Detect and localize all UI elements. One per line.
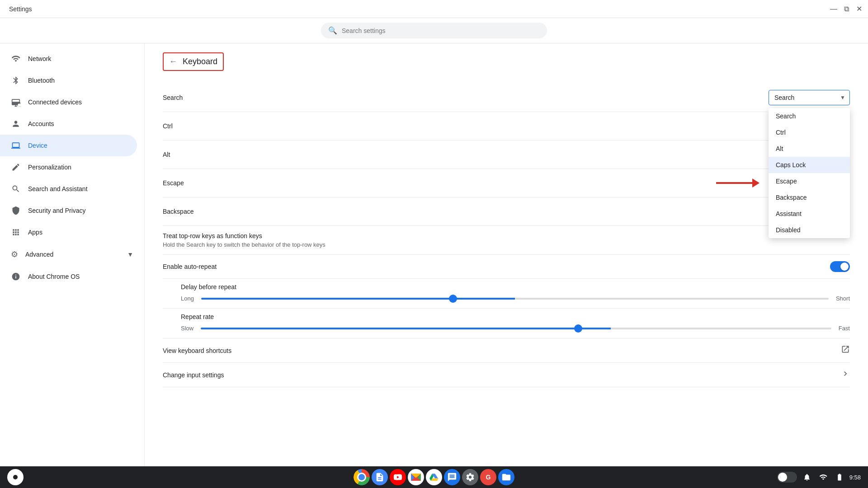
- grammarly-label: G: [486, 474, 491, 481]
- auto-repeat-label: Enable auto-repeat: [163, 263, 217, 270]
- sidebar-item-bluetooth[interactable]: Bluetooth: [0, 70, 137, 91]
- close-button[interactable]: ✕: [854, 5, 863, 14]
- toggle-slider: [830, 261, 850, 272]
- taskbar-youtube[interactable]: [390, 469, 406, 485]
- taskbar-center: G: [354, 469, 514, 485]
- taskbar-right: 9:58: [777, 471, 861, 483]
- window-title: Settings: [5, 5, 32, 13]
- change-input-settings-label: Change input settings: [163, 371, 224, 379]
- laptop-icon: [11, 141, 21, 150]
- rate-fast-label: Fast: [839, 325, 850, 332]
- taskbar-gmail[interactable]: [408, 469, 424, 485]
- sidebar-item-device[interactable]: Device: [0, 135, 137, 156]
- taskbar-toggle-knob: [778, 473, 787, 482]
- taskbar-left: [7, 469, 24, 485]
- dropdown-item-disabled[interactable]: Disabled: [769, 222, 850, 238]
- taskbar: G 9:58: [0, 466, 868, 488]
- sidebar-label-search-assistant: Search and Assistant: [28, 185, 88, 192]
- dropdown-item-escape[interactable]: Escape: [769, 173, 850, 189]
- arrow-annotation: [716, 178, 760, 188]
- rate-label: Repeat rate: [181, 313, 850, 320]
- change-input-settings-row[interactable]: Change input settings: [163, 363, 850, 387]
- settings-window: Settings — ⧉ ✕ 🔍 Network: [0, 0, 868, 470]
- rate-section: Repeat rate Slow Fast: [163, 309, 850, 338]
- files-icon: [501, 472, 511, 482]
- function-keys-row: Treat top-row keys as function keys Hold…: [163, 226, 850, 255]
- chrome-icon: [354, 469, 370, 485]
- dropdown-item-search[interactable]: Search: [769, 108, 850, 124]
- alt-key-label: Alt: [163, 151, 170, 158]
- settings-gear-icon: [465, 472, 475, 482]
- dropdown-item-ctrl[interactable]: Ctrl: [769, 124, 850, 141]
- taskbar-toggle[interactable]: [777, 472, 797, 483]
- sidebar-item-security-privacy[interactable]: Security and Privacy: [0, 200, 137, 221]
- search-nav-icon: [11, 184, 21, 193]
- wifi-status-icon[interactable]: [817, 471, 830, 483]
- wifi-icon: [11, 54, 21, 63]
- taskbar-docs[interactable]: [372, 469, 388, 485]
- taskbar-chat[interactable]: [444, 469, 460, 485]
- dropdown-item-caps-lock[interactable]: Caps Lock: [769, 157, 850, 173]
- launcher-button[interactable]: [7, 469, 24, 485]
- keyboard-title: Keyboard: [183, 57, 217, 66]
- auto-repeat-row: Enable auto-repeat: [163, 255, 850, 279]
- delay-label: Delay before repeat: [181, 283, 850, 291]
- sidebar-label-connected-devices: Connected devices: [28, 99, 82, 106]
- window-controls: — ⧉ ✕: [829, 5, 863, 14]
- launcher-icon: [13, 475, 18, 479]
- notification-icon[interactable]: [801, 471, 813, 483]
- search-key-label: Search: [163, 94, 183, 101]
- taskbar-files[interactable]: [498, 469, 514, 485]
- backspace-key-label: Backspace: [163, 208, 193, 215]
- youtube-icon: [393, 472, 403, 482]
- external-link-icon: [841, 345, 850, 356]
- sidebar-item-accounts[interactable]: Accounts: [0, 113, 137, 135]
- sidebar-item-search-assistant[interactable]: Search and Assistant: [0, 178, 137, 200]
- sidebar-label-about-chrome-os: About Chrome OS: [28, 273, 80, 280]
- search-key-dropdown: Search Ctrl Alt Caps Lock Escape Backspa…: [769, 108, 850, 238]
- sidebar-label-network: Network: [28, 55, 51, 62]
- delay-section: Delay before repeat Long Short: [163, 279, 850, 309]
- settings-header: 🔍: [0, 18, 868, 43]
- dropdown-item-alt[interactable]: Alt: [769, 141, 850, 157]
- title-bar: Settings — ⧉ ✕: [0, 0, 868, 18]
- search-key-select[interactable]: Search: [769, 90, 850, 105]
- taskbar-drive[interactable]: [426, 469, 442, 485]
- sidebar-item-about-chrome-os[interactable]: About Chrome OS: [0, 266, 137, 287]
- rate-slider[interactable]: [201, 328, 831, 329]
- taskbar-time: 9:58: [849, 474, 861, 481]
- sidebar: Network Bluetooth Connected devices Acco…: [0, 43, 145, 470]
- main-content: ← Keyboard Search Search ▼ Search Ctrl A…: [145, 43, 868, 470]
- sidebar-item-apps[interactable]: Apps: [0, 221, 137, 243]
- ctrl-key-row: Ctrl Ctrl ▼: [163, 112, 850, 141]
- taskbar-grammarly[interactable]: G: [480, 469, 496, 485]
- sidebar-item-advanced[interactable]: ⚙ Advanced ▼: [0, 243, 144, 266]
- sidebar-item-connected-devices[interactable]: Connected devices: [0, 91, 137, 113]
- chevron-right-icon: [841, 369, 850, 380]
- sidebar-label-apps: Apps: [28, 229, 42, 236]
- keyboard-shortcuts-label: View keyboard shortcuts: [163, 347, 231, 354]
- search-key-select-wrapper: Search ▼ Search Ctrl Alt Caps Lock Escap…: [769, 90, 850, 105]
- battery-icon[interactable]: [833, 471, 846, 483]
- chat-icon: [447, 472, 457, 482]
- sidebar-label-personalization: Personalization: [28, 164, 71, 171]
- sidebar-label-bluetooth: Bluetooth: [28, 77, 55, 84]
- auto-repeat-toggle[interactable]: [830, 261, 850, 272]
- back-button[interactable]: ←: [169, 57, 177, 66]
- sidebar-item-personalization[interactable]: Personalization: [0, 156, 137, 178]
- search-bar-container[interactable]: 🔍: [321, 23, 547, 38]
- keyboard-shortcuts-row[interactable]: View keyboard shortcuts: [163, 338, 850, 363]
- rate-slow-label: Slow: [181, 325, 193, 332]
- sidebar-item-network[interactable]: Network: [0, 48, 137, 70]
- taskbar-settings[interactable]: [462, 469, 478, 485]
- keyboard-header: ← Keyboard: [163, 52, 224, 71]
- dropdown-item-assistant[interactable]: Assistant: [769, 206, 850, 222]
- search-input[interactable]: [342, 27, 540, 34]
- apps-icon: [11, 228, 21, 237]
- minimize-button[interactable]: —: [829, 5, 838, 14]
- taskbar-chrome[interactable]: [354, 469, 370, 485]
- maximize-button[interactable]: ⧉: [842, 5, 851, 14]
- toggle-switch-label[interactable]: [830, 261, 850, 272]
- dropdown-item-backspace[interactable]: Backspace: [769, 189, 850, 206]
- delay-slider[interactable]: [201, 298, 829, 300]
